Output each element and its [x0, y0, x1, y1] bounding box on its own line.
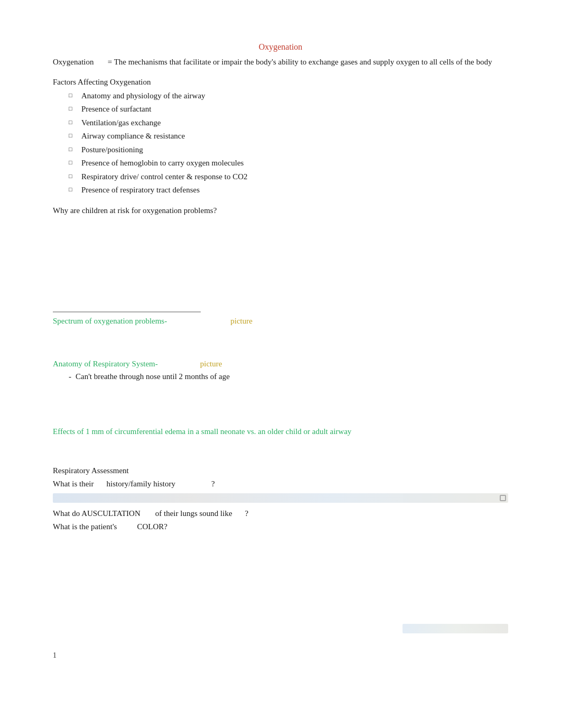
notes-spacer: [53, 227, 508, 311]
assessment-line2: What do AUSCULTATION of their lungs soun…: [53, 507, 508, 521]
bullet-icon: □: [69, 185, 77, 194]
bullet-icon: □: [69, 131, 77, 140]
bullet-icon: □: [69, 172, 77, 181]
line2-middle: of their lungs sound like: [155, 507, 232, 521]
anatomy-picture: picture: [200, 360, 222, 368]
list-item: □ Airway compliance & resistance: [69, 130, 508, 142]
blurred-image-row: [53, 493, 508, 505]
scroll-indicator: [500, 495, 506, 501]
line3-middle: COLOR?: [137, 520, 167, 534]
assessment-line3: What is the patient's COLOR?: [53, 520, 508, 534]
list-item: □ Presence of surfactant: [69, 103, 508, 115]
definition-block: Oxygenation = The mechanisms that facili…: [53, 56, 508, 68]
line2-suffix: ?: [245, 507, 249, 521]
spacer2: [53, 393, 508, 425]
line1-suffix: ?: [211, 477, 215, 491]
bottom-image-row: [53, 624, 508, 633]
factors-section: Factors Affecting Oxygenation □ Anatomy …: [53, 78, 508, 196]
dash-item: - Can't breathe through nose until 2 mon…: [69, 371, 508, 383]
bullet-icon: □: [69, 104, 77, 113]
spectrum-picture: picture: [230, 317, 253, 326]
spectrum-section: Spectrum of oxygenation problems- pictur…: [53, 311, 508, 326]
bullet-icon: □: [69, 91, 77, 100]
list-item-text: Airway compliance & resistance: [81, 130, 185, 142]
page-container: Oxygenation Oxygenation = The mechanisms…: [0, 0, 561, 676]
image-placeholder: [53, 493, 508, 503]
list-item: □ Respiratory drive/ control center & re…: [69, 171, 508, 183]
spectrum-line: [53, 311, 201, 312]
subpoint-text: Can't breathe through nose until 2 month…: [76, 371, 230, 383]
list-item-text: Presence of surfactant: [81, 103, 151, 115]
bullet-icon: □: [69, 118, 77, 127]
anatomy-label: Anatomy of Respiratory System-: [53, 360, 158, 368]
effects-block: Effects of 1 mm of circumferential edema…: [53, 425, 508, 438]
spectrum-row: Spectrum of oxygenation problems- pictur…: [53, 317, 508, 326]
effects-text: Effects of 1 mm of circumferential edema…: [53, 425, 508, 438]
assessment-block: Respiratory Assessment What is their his…: [53, 464, 508, 534]
dash-marker: -: [69, 371, 71, 383]
list-item-text: Posture/positioning: [81, 144, 143, 156]
anatomy-subpoint: - Can't breathe through nose until 2 mon…: [69, 371, 508, 383]
question-block: Why are children at risk for oxygenation…: [53, 205, 508, 217]
definition-text: = The mechanisms that facilitate or impa…: [108, 58, 492, 66]
line2-prefix: What do AUSCULTATION: [53, 507, 141, 521]
list-item-text: Ventilation/gas exchange: [81, 117, 161, 129]
factors-list: □ Anatomy and physiology of the airway □…: [69, 90, 508, 196]
spacer3: [53, 448, 508, 464]
bullet-icon: □: [69, 145, 77, 154]
bullet-icon: □: [69, 158, 77, 167]
line3-prefix: What is the patient's: [53, 520, 117, 534]
anatomy-row: Anatomy of Respiratory System- picture: [53, 360, 508, 368]
page-number: 1: [53, 651, 57, 660]
assessment-line1: What is their history/family history ?: [53, 477, 508, 491]
definition-term: Oxygenation: [53, 58, 94, 66]
list-item: □ Posture/positioning: [69, 144, 508, 156]
list-item: □ Anatomy and physiology of the airway: [69, 90, 508, 102]
list-item: □ Presence of hemoglobin to carry oxygen…: [69, 157, 508, 169]
list-item-text: Respiratory drive/ control center & resp…: [81, 171, 248, 183]
list-item-text: Anatomy and physiology of the airway: [81, 90, 205, 102]
bottom-spacer: [53, 539, 508, 603]
spacer1: [53, 328, 508, 360]
assessment-heading: Respiratory Assessment: [53, 464, 508, 478]
bottom-image-placeholder: [403, 624, 508, 633]
page-title: Oxygenation: [53, 42, 508, 52]
line1-prefix: What is their: [53, 477, 94, 491]
list-item: □ Ventilation/gas exchange: [69, 117, 508, 129]
line1-middle: history/family history: [106, 477, 175, 491]
list-item-text: Presence of hemoglobin to carry oxygen m…: [81, 157, 244, 169]
spectrum-label: Spectrum of oxygenation problems-: [53, 317, 167, 326]
list-item: □ Presence of respiratory tract defenses: [69, 184, 508, 196]
anatomy-section: Anatomy of Respiratory System- picture -…: [53, 360, 508, 383]
list-item-text: Presence of respiratory tract defenses: [81, 184, 200, 196]
factors-heading: Factors Affecting Oxygenation: [53, 78, 508, 87]
question-text: Why are children at risk for oxygenation…: [53, 205, 508, 217]
